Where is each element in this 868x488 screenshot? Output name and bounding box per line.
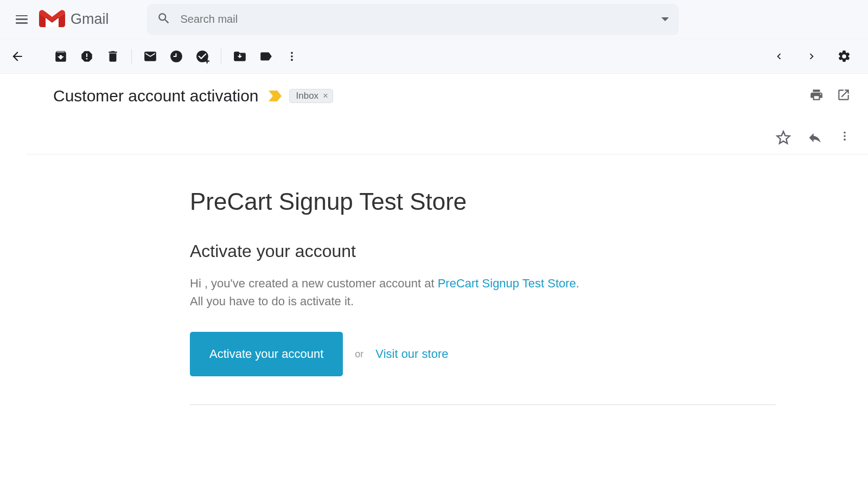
store-link[interactable]: PreCart Signup Test Store bbox=[438, 277, 576, 290]
delete-button[interactable] bbox=[100, 43, 126, 69]
star-button[interactable] bbox=[776, 130, 791, 147]
activate-button[interactable]: Activate your account bbox=[190, 332, 343, 376]
or-text: or bbox=[355, 349, 363, 360]
newer-button[interactable] bbox=[799, 43, 825, 69]
more-actions-button[interactable] bbox=[279, 43, 305, 69]
message-actions bbox=[0, 111, 868, 154]
svg-point-5 bbox=[844, 139, 846, 141]
move-to-button[interactable] bbox=[227, 43, 253, 69]
svg-point-3 bbox=[844, 132, 846, 134]
report-spam-button[interactable] bbox=[74, 43, 100, 69]
main-menu-button[interactable] bbox=[9, 7, 35, 33]
older-button[interactable] bbox=[766, 43, 792, 69]
settings-button[interactable] bbox=[831, 43, 857, 69]
divider bbox=[190, 404, 776, 405]
logo-area[interactable]: Gmail bbox=[39, 10, 109, 29]
email-subject: Customer account activation bbox=[53, 87, 259, 105]
search-options-dropdown-icon[interactable] bbox=[661, 17, 669, 21]
visit-store-link[interactable]: Visit our store bbox=[375, 347, 448, 361]
greeting-prefix: Hi , you've created a new customer accou… bbox=[190, 277, 438, 290]
search-box[interactable] bbox=[147, 4, 679, 35]
svg-point-4 bbox=[844, 135, 846, 137]
archive-button[interactable] bbox=[48, 43, 74, 69]
toolbar-separator bbox=[221, 49, 221, 64]
label-chip[interactable]: Inbox × bbox=[289, 89, 334, 103]
labels-button[interactable] bbox=[253, 43, 279, 69]
snooze-button[interactable] bbox=[163, 43, 189, 69]
print-button[interactable] bbox=[809, 88, 824, 104]
toolbar-separator bbox=[131, 49, 132, 64]
store-name: PreCart Signup Test Store bbox=[190, 188, 776, 215]
body-paragraph: Hi , you've created a new customer accou… bbox=[190, 274, 591, 310]
open-new-window-button[interactable] bbox=[837, 88, 851, 104]
mark-unread-button[interactable] bbox=[137, 43, 163, 69]
reply-button[interactable] bbox=[807, 130, 822, 147]
hamburger-icon bbox=[16, 15, 28, 24]
svg-point-2 bbox=[291, 59, 293, 61]
search-input[interactable] bbox=[181, 13, 655, 25]
email-body: PreCart Signup Test Store Activate your … bbox=[26, 154, 868, 405]
add-to-tasks-button[interactable] bbox=[189, 43, 215, 69]
svg-point-1 bbox=[291, 55, 293, 57]
gmail-logo-icon bbox=[39, 10, 65, 29]
message-toolbar bbox=[0, 39, 868, 74]
app-header: Gmail bbox=[0, 0, 868, 39]
cta-row: Activate your account or Visit our store bbox=[190, 332, 776, 376]
search-icon bbox=[157, 11, 171, 28]
subject-row: Customer account activation Inbox × bbox=[0, 74, 868, 111]
activate-heading: Activate your account bbox=[190, 241, 776, 261]
remove-label-icon[interactable]: × bbox=[323, 91, 328, 101]
brand-text: Gmail bbox=[71, 11, 109, 28]
category-arrow-icon bbox=[269, 91, 282, 101]
svg-point-0 bbox=[291, 52, 293, 54]
message-more-button[interactable] bbox=[839, 130, 851, 147]
label-text: Inbox bbox=[296, 91, 319, 101]
back-button[interactable] bbox=[4, 43, 30, 69]
